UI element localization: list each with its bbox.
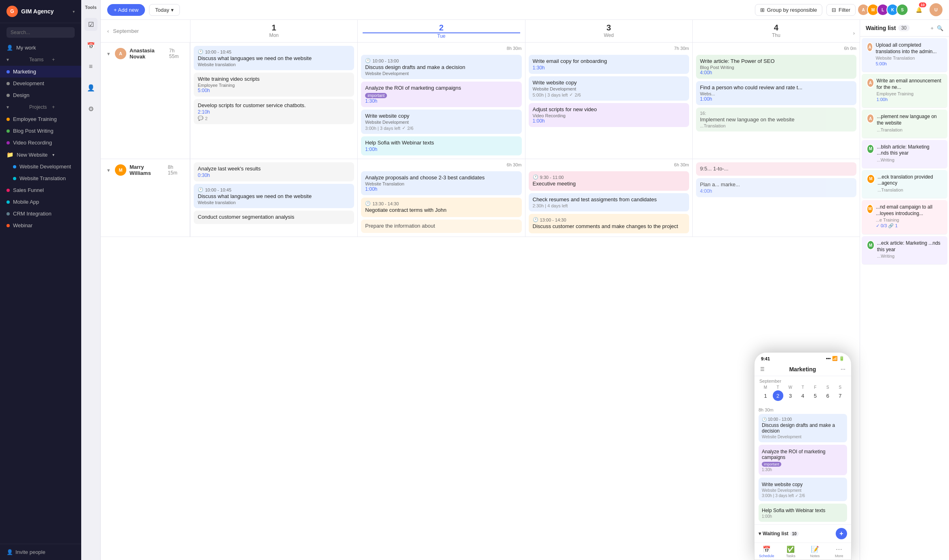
task-card[interactable]: Plan a... marke... 4:00h	[696, 178, 856, 197]
user-toggle-anastasia[interactable]: ▾	[107, 51, 110, 57]
nav-item-person[interactable]: 👤	[84, 81, 97, 94]
sidebar-item-sales-funnel[interactable]: Sales Funnel	[0, 184, 81, 196]
phone-task-card[interactable]: Help Sofia with Webinar texts 1:00h	[759, 504, 847, 522]
sidebar-projects-section[interactable]: ▾ Projects +	[0, 101, 81, 113]
waiting-list-item[interactable]: A Upload all completed translations into…	[862, 38, 947, 72]
phone-day-t2[interactable]: T 4	[797, 385, 809, 401]
sidebar-item-employee-training[interactable]: Employee Training	[0, 113, 81, 125]
task-card[interactable]: Find a person who could review and rate …	[696, 81, 856, 105]
task-card[interactable]: Write website copy Website Development 3…	[361, 110, 521, 134]
sidebar-item-new-website[interactable]: 📁 New Website ▾	[0, 149, 81, 161]
sidebar-item-blog-post-writing[interactable]: Blog Post Writing	[0, 125, 81, 137]
sidebar-item-website-development[interactable]: Website Development	[0, 161, 81, 172]
waiting-list-item[interactable]: M ...blish article: Marketing ...nds thi…	[862, 140, 947, 168]
sidebar-item-crm-integration[interactable]: CRM Integration	[0, 208, 81, 220]
notification-button[interactable]: 🔔 10	[912, 3, 925, 16]
add-project-icon[interactable]: +	[52, 104, 75, 110]
next-nav[interactable]: ›	[853, 30, 855, 36]
task-card[interactable]: Write training video scripts Employee Tr…	[194, 73, 354, 97]
phone-day-s2[interactable]: S 7	[834, 385, 846, 401]
task-card[interactable]: 🕐 13:30 - 14:30 Negotiate contract terms…	[361, 198, 521, 217]
phone-task-card[interactable]: Analyze the ROI of marketing campaigns i…	[759, 445, 847, 475]
search-waiting-icon[interactable]: 🔍	[937, 25, 943, 31]
add-team-icon[interactable]: +	[52, 57, 75, 62]
filter-button[interactable]: ⊟ Filter	[826, 4, 856, 16]
add-waiting-item-icon[interactable]: +	[930, 25, 934, 31]
task-card[interactable]: Write email copy for onboarding 1:30h	[529, 55, 689, 74]
task-duration: 1:00h	[365, 146, 517, 152]
avatar-user-5[interactable]: S	[896, 4, 908, 16]
waiting-list-item[interactable]: A Write an email announcement for the ne…	[862, 74, 947, 108]
waiting-list-item[interactable]: M ...eck article: Marketing ...nds this …	[862, 236, 947, 265]
task-card[interactable]: 9:5... 1-to-...	[696, 162, 856, 176]
task-card[interactable]: Prepare the information about	[361, 220, 521, 233]
phone-menu-icon[interactable]: ☰	[760, 366, 765, 372]
phone-task-card[interactable]: Write website copy Website Development 3…	[759, 478, 847, 501]
today-button[interactable]: Today ▾	[149, 4, 180, 16]
phone-add-button[interactable]: +	[836, 528, 847, 539]
task-card[interactable]: Analyze last week's results 0:30h	[194, 162, 354, 181]
task-card[interactable]: Conduct customer segmentation analysis	[194, 211, 354, 224]
task-title: Check resumes and test assigments from c…	[533, 196, 685, 202]
phone-day-w[interactable]: W 3	[784, 385, 796, 401]
task-card[interactable]: Help Sofia with Webinar texts 1:00h	[361, 136, 521, 155]
phone-nav-more[interactable]: ⋯ More	[827, 545, 852, 558]
task-card[interactable]: Analyze proposals and choose 2-3 best ca…	[361, 171, 521, 195]
task-card[interactable]: 16: Implement new language on the websit…	[696, 108, 856, 131]
phone-day-t1[interactable]: T 2	[772, 385, 784, 401]
task-card[interactable]: 🕐 13:00 - 14:30 Discuss customer comment…	[529, 214, 689, 233]
sidebar-teams-section[interactable]: ▾ Teams +	[0, 54, 81, 66]
sidebar-item-webinar[interactable]: Webinar	[0, 220, 81, 231]
task-time-range: 🕐 10:00 - 13:00	[365, 58, 517, 63]
project-dot-employee-training	[6, 118, 10, 121]
waiting-list-item[interactable]: A ...plement new language on the website…	[862, 110, 947, 138]
phone-title: Marketing	[767, 366, 838, 373]
task-card[interactable]: 🕐 10:00 - 10:45 Discuss what languages w…	[194, 184, 354, 208]
sidebar-item-website-translation[interactable]: Website Translation	[0, 172, 81, 184]
phone-day-f[interactable]: F 5	[809, 385, 821, 401]
phone-signal-icons: ▪▪▪ 📶 🔋	[826, 356, 845, 361]
task-card[interactable]: Write website copy Website Development 5…	[529, 76, 689, 101]
phone-nav-schedule[interactable]: 📅 Schedule	[754, 545, 779, 558]
sidebar-item-development[interactable]: Development	[0, 78, 81, 89]
group-by-button[interactable]: ⊞ Group by responsible	[755, 4, 823, 16]
phone-nav-tasks[interactable]: ✅ Tasks	[779, 545, 803, 558]
task-card[interactable]: 🕐 10:00 - 10:45 Discuss what languages w…	[194, 46, 354, 70]
task-card[interactable]: 🕐 9:30 - 11:00 Executive meeting	[529, 171, 689, 191]
sidebar-item-mobile-app[interactable]: Mobile App	[0, 196, 81, 208]
search-input[interactable]	[6, 27, 75, 38]
task-card[interactable]: 🕐 10:00 - 13:00 Discuss design drafts an…	[361, 55, 521, 79]
waiting-task-title: Write an email announcement for the ne..…	[877, 78, 943, 90]
waiting-list-item[interactable]: M ...eck translation provided ...agency …	[862, 170, 947, 198]
nav-item-calendar[interactable]: 📅	[84, 39, 97, 52]
task-card[interactable]: Write article: The Power of SEO Blog Pos…	[696, 55, 856, 79]
task-card[interactable]: Adjust scripts for new video Video Recor…	[529, 103, 689, 127]
project-sales-funnel-label: Sales Funnel	[13, 187, 44, 193]
task-card[interactable]: Analyze the ROI of marketing campaigns i…	[361, 82, 521, 107]
phone-nav-notes[interactable]: 📝 Notes	[803, 545, 827, 558]
phone-task-card[interactable]: 🕐 10:00 - 13:00 Discuss design drafts an…	[759, 414, 847, 442]
nav-item-settings[interactable]: ⚙	[84, 102, 97, 115]
sidebar-header[interactable]: G GIM Agency ▾	[0, 0, 81, 23]
waiting-item-header: A ...plement new language on the website…	[867, 114, 943, 132]
phone-day-num: 2	[773, 390, 783, 401]
add-new-button[interactable]: + Add new	[107, 4, 145, 16]
sidebar-item-mywork[interactable]: 👤 My work	[0, 42, 81, 54]
task-card[interactable]: Develop scripts for customer service cha…	[194, 99, 354, 124]
task-card[interactable]: Check resumes and test assigments from c…	[529, 193, 689, 211]
sidebar-item-marketing[interactable]: Marketing	[0, 66, 81, 78]
cal-day-1: 1 Mon	[190, 20, 357, 42]
phone-more-icon[interactable]: ⋯	[841, 366, 845, 372]
invite-people-button[interactable]: 👤 Invite people	[6, 549, 75, 555]
phone-task-time-range: 🕐 10:00 - 13:00	[762, 417, 844, 422]
nav-item-list[interactable]: ≡	[84, 60, 97, 73]
phone-day-m[interactable]: M 1	[759, 385, 772, 401]
phone-day-s1[interactable]: S 6	[821, 385, 834, 401]
waiting-list-item[interactable]: M ...nd email campaign to all ...loyees …	[862, 200, 947, 235]
sidebar-item-video-recording[interactable]: Video Recording	[0, 137, 81, 149]
nav-item-checklist[interactable]: ☑	[84, 18, 97, 31]
prev-nav[interactable]: ‹	[107, 28, 109, 34]
current-user-avatar[interactable]: U	[930, 3, 943, 16]
sidebar-item-design[interactable]: Design	[0, 89, 81, 101]
user-toggle-marry[interactable]: ▾	[107, 167, 110, 173]
